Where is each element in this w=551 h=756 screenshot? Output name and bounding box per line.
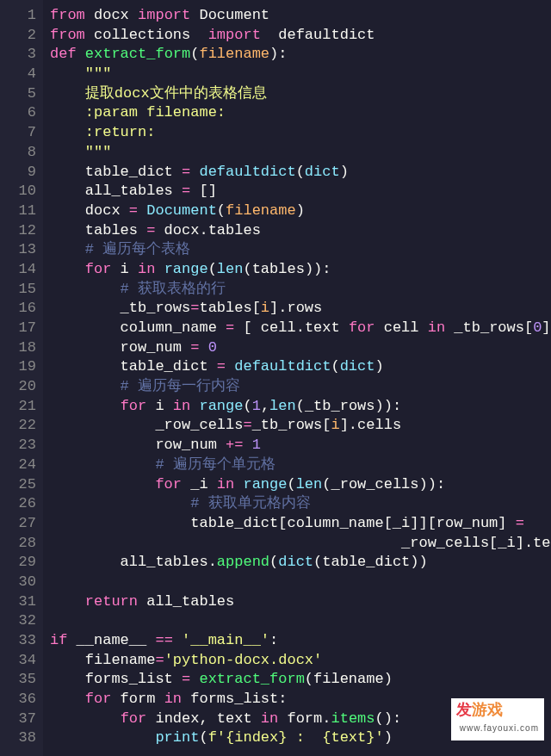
line-number: 25 [0,475,36,495]
code-line[interactable]: all_tables.append(dict(table_dict)) [50,553,551,573]
line-number: 13 [0,240,36,260]
code-line[interactable]: _tb_rows=tables[i].rows [50,299,551,319]
code-line[interactable]: table_dict[column_name[_i]][row_num] = [50,514,551,534]
code-line[interactable] [50,573,551,592]
line-number: 3 [0,45,36,65]
code-line[interactable]: table_dict = defaultdict(dict) [50,163,551,183]
code-line[interactable]: _row_cells[_i].text [50,534,551,554]
code-line[interactable]: for i in range(1,len(_tb_rows)): [50,397,551,417]
code-line[interactable]: return all_tables [50,592,551,612]
code-line[interactable]: # 获取表格的行 [50,280,551,300]
watermark-char1: 发 [456,701,472,718]
code-line[interactable]: # 遍历每个表格 [50,240,551,260]
code-line[interactable]: for i in range(len(tables)): [50,260,551,280]
code-line[interactable]: if __name__ == '__main__': [50,631,551,651]
line-number: 12 [0,221,36,241]
line-number: 19 [0,357,36,377]
line-number: 1 [0,6,36,26]
line-number: 23 [0,436,36,455]
code-line[interactable] [50,611,551,631]
line-number: 35 [0,670,36,690]
line-number: 38 [0,728,36,748]
code-line[interactable]: row_num = 0 [50,338,551,358]
line-number: 11 [0,201,36,221]
code-line[interactable]: filename='python-docx.docx' [50,651,551,671]
line-number: 34 [0,651,36,671]
line-number: 27 [0,514,36,534]
line-number: 15 [0,280,36,300]
watermark-char2: 游戏 [472,701,503,718]
code-line[interactable]: column_name = [ cell.text for cell in _t… [50,319,551,338]
line-number: 21 [0,397,36,417]
code-line[interactable]: # 获取单元格内容 [50,494,551,514]
code-line[interactable]: :param filename: [50,103,551,123]
code-line[interactable]: all_tables = [] [50,182,551,201]
line-number: 24 [0,455,36,475]
line-number: 9 [0,163,36,183]
code-line[interactable]: _row_cells=_tb_rows[i].cells [50,416,551,436]
line-number: 2 [0,26,36,46]
code-line[interactable]: from docx import Document [50,6,551,26]
code-line[interactable]: def extract_form(filename): [50,45,551,65]
line-number: 17 [0,319,36,338]
code-line[interactable]: table_dict = defaultdict(dict) [50,357,551,377]
line-number: 22 [0,416,36,436]
code-line[interactable]: # 遍历每个单元格 [50,455,551,475]
line-number: 37 [0,710,36,729]
line-number: 14 [0,260,36,280]
line-number: 32 [0,611,36,631]
line-number: 30 [0,573,36,592]
line-number: 26 [0,494,36,514]
watermark-logo: 发游戏 www.fayouxi.com [451,698,544,741]
code-editor: 1234567891011121314151617181920212223242… [0,0,551,756]
line-number: 7 [0,123,36,143]
code-line[interactable]: for _i in range(len(_row_cells)): [50,475,551,495]
code-line[interactable]: """ [50,143,551,163]
code-line[interactable]: docx = Document(filename) [50,201,551,221]
line-number-gutter: 1234567891011121314151617181920212223242… [0,0,43,756]
line-number: 5 [0,84,36,104]
code-line[interactable]: row_num += 1 [50,436,551,455]
code-line[interactable]: 提取docx文件中的表格信息 [50,84,551,104]
line-number: 6 [0,103,36,123]
code-line[interactable]: from collections import defaultdict [50,26,551,46]
line-number: 36 [0,690,36,710]
watermark-url: www.fayouxi.com [460,719,539,739]
code-area[interactable]: from docx import Documentfrom collection… [43,0,551,756]
code-line[interactable]: :return: [50,123,551,143]
line-number: 4 [0,65,36,84]
code-line[interactable]: """ [50,65,551,84]
code-line[interactable]: forms_list = extract_form(filename) [50,670,551,690]
code-line[interactable]: # 遍历每一行内容 [50,377,551,397]
line-number: 28 [0,534,36,554]
code-line[interactable]: tables = docx.tables [50,221,551,241]
line-number: 18 [0,338,36,358]
line-number: 10 [0,182,36,201]
line-number: 20 [0,377,36,397]
line-number: 29 [0,553,36,573]
line-number: 31 [0,592,36,612]
line-number: 16 [0,299,36,319]
line-number: 33 [0,631,36,651]
line-number: 8 [0,143,36,163]
